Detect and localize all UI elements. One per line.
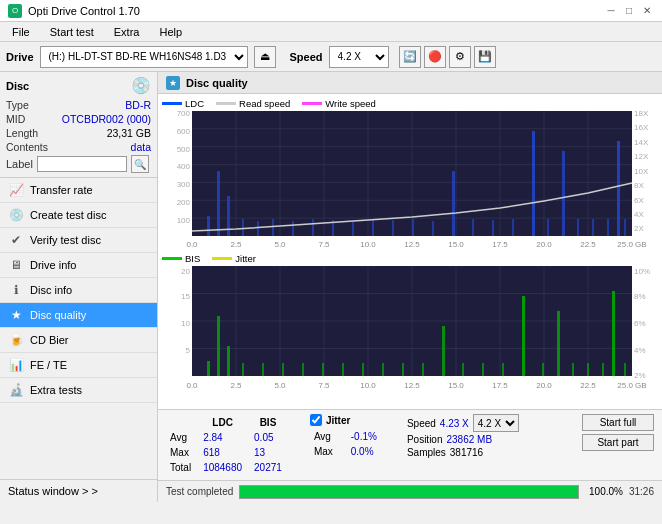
svg-rect-32 [492,220,494,236]
svg-rect-31 [472,219,474,236]
legend-bis: BIS [162,253,200,264]
chart1-container: LDC Read speed Write speed [162,98,658,251]
stats-area: LDC BIS Avg 2.84 0.05 Max 618 13 Total 1… [158,409,662,480]
sidebar-item-cd-bier[interactable]: 🍺 CD Bier [0,328,157,353]
speed-position-stats: Speed 4.23 X 4.2 X Position 23862 MB Sam… [407,414,519,458]
refresh-button[interactable]: 🔄 [399,46,421,68]
disc-quality-title: Disc quality [186,77,248,89]
disc-info-icon: ℹ [8,283,24,297]
sidebar-item-transfer-rate[interactable]: 📈 Transfer rate [0,178,157,203]
progress-status: Test completed [166,486,233,497]
write-speed-legend-color [302,102,322,105]
status-window-button[interactable]: Status window > > [0,479,157,502]
position-label: Position [407,434,443,445]
save-button[interactable]: 💾 [474,46,496,68]
maximize-button[interactable]: □ [622,4,636,18]
stats-total-row: Total 1084680 20271 [168,461,290,474]
svg-rect-16 [207,216,210,236]
chart1-legend: LDC Read speed Write speed [162,98,658,109]
disc-quality-header: ★ Disc quality [158,72,662,94]
sidebar-item-disc-quality[interactable]: ★ Disc quality [0,303,157,328]
menu-file[interactable]: File [8,25,34,39]
sidebar-item-create-test-disc[interactable]: 💿 Create test disc [0,203,157,228]
transfer-rate-icon: 📈 [8,183,24,197]
svg-text:700: 700 [177,111,191,118]
jitter-stats: Jitter Avg -0.1% Max 0.0% [310,414,387,460]
eject-button[interactable]: ⏏ [254,46,276,68]
sidebar-item-label: Disc info [30,284,72,296]
jitter-table: Avg -0.1% Max 0.0% [310,428,387,460]
svg-rect-35 [547,219,549,236]
speed-select[interactable]: 4.2 X 2.0 X 1.0 X [329,46,389,68]
jitter-checkbox[interactable] [310,414,322,426]
svg-text:7.5: 7.5 [318,381,330,390]
svg-rect-95 [442,326,445,376]
extra-tests-icon: 🔬 [8,383,24,397]
sidebar-item-disc-info[interactable]: ℹ Disc info [0,278,157,303]
main-layout: Disc 💿 Type BD-R MID OTCBDR002 (000) Len… [0,72,662,502]
legend-ldc: LDC [162,98,204,109]
svg-text:15.0: 15.0 [448,240,464,249]
chart2-svg: 20 15 10 5 10% 8% 6% 4% 2% 0.0 2.5 5.0 7… [162,266,656,396]
sidebar-item-verify-test-disc[interactable]: ✔ Verify test disc [0,228,157,253]
svg-rect-93 [402,363,404,376]
svg-text:8X: 8X [634,181,644,190]
menu-start-test[interactable]: Start test [46,25,98,39]
svg-text:0.0: 0.0 [186,240,198,249]
disc-label-button[interactable]: 🔍 [131,155,149,173]
burn-button[interactable]: 🔴 [424,46,446,68]
svg-rect-82 [207,361,210,376]
svg-rect-19 [242,219,244,236]
col-bis-header: BIS [252,416,290,429]
minimize-button[interactable]: ─ [604,4,618,18]
sidebar-item-label: Extra tests [30,384,82,396]
svg-text:10X: 10X [634,167,649,176]
svg-text:2%: 2% [634,371,646,380]
svg-rect-104 [602,363,604,376]
settings-button[interactable]: ⚙ [449,46,471,68]
svg-text:2X: 2X [634,224,644,233]
jitter-legend-color [212,257,232,260]
verify-test-disc-icon: ✔ [8,233,24,247]
drive-select[interactable]: (H:) HL-DT-ST BD-RE WH16NS48 1.D3 [40,46,248,68]
svg-rect-92 [382,363,384,376]
disc-label-input[interactable] [37,156,127,172]
svg-rect-106 [624,363,626,376]
sidebar-item-label: Create test disc [30,209,106,221]
status-window-label: Status window > > [8,485,98,497]
svg-rect-34 [532,131,535,236]
svg-rect-89 [322,363,324,376]
legend-write-speed: Write speed [302,98,376,109]
jitter-legend-label: Jitter [235,253,256,264]
menu-help[interactable]: Help [155,25,186,39]
start-part-button[interactable]: Start part [582,434,654,451]
close-button[interactable]: ✕ [640,4,654,18]
sidebar-item-label: Drive info [30,259,76,271]
disc-type-row: Type BD-R [6,99,151,111]
write-speed-legend-label: Write speed [325,98,376,109]
app-icon: O [8,4,22,18]
total-label: Total [168,461,199,474]
svg-text:25.0 GB: 25.0 GB [617,240,646,249]
sidebar-item-fe-te[interactable]: 📊 FE / TE [0,353,157,378]
sidebar-item-extra-tests[interactable]: 🔬 Extra tests [0,378,157,403]
sidebar-item-label: CD Bier [30,334,69,346]
sidebar-item-drive-info[interactable]: 🖥 Drive info [0,253,157,278]
svg-text:14X: 14X [634,138,649,147]
svg-text:10.0: 10.0 [360,381,376,390]
sidebar-item-label: Transfer rate [30,184,93,196]
svg-text:5.0: 5.0 [274,240,286,249]
speed-stat-select[interactable]: 4.2 X [473,414,519,432]
svg-text:12X: 12X [634,152,649,161]
start-full-button[interactable]: Start full [582,414,654,431]
svg-rect-23 [312,219,314,236]
disc-mid-value: OTCBDR002 (000) [62,113,151,125]
read-speed-legend-label: Read speed [239,98,290,109]
avg-label: Avg [168,431,199,444]
menu-extra[interactable]: Extra [110,25,144,39]
charts-area: LDC Read speed Write speed [158,94,662,409]
speed-stat-value: 4.23 X [440,418,469,429]
samples-label: Samples [407,447,446,458]
svg-rect-94 [422,363,424,376]
svg-text:7.5: 7.5 [318,240,330,249]
